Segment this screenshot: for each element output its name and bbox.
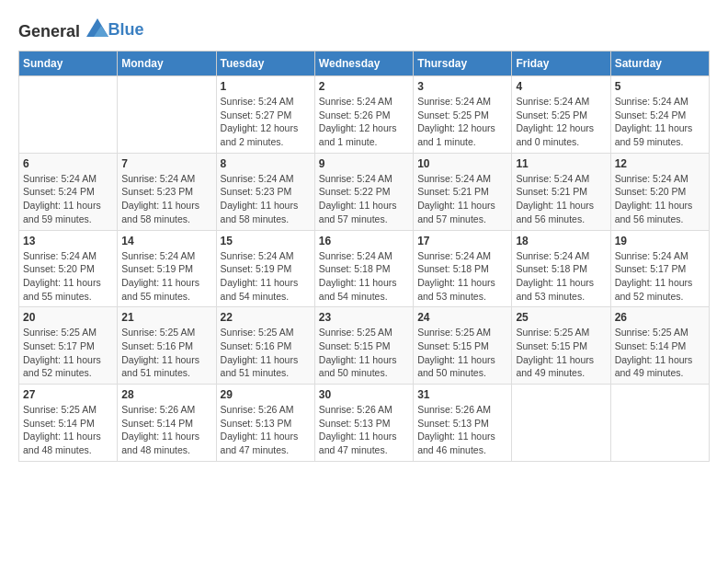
calendar-cell: 4Sunrise: 5:24 AM Sunset: 5:25 PM Daylig…	[512, 76, 610, 154]
day-info: Sunrise: 5:25 AM Sunset: 5:16 PM Dayligh…	[121, 326, 211, 380]
day-info: Sunrise: 5:24 AM Sunset: 5:23 PM Dayligh…	[121, 172, 211, 226]
day-number: 14	[121, 235, 211, 247]
calendar-cell: 10Sunrise: 5:24 AM Sunset: 5:21 PM Dayli…	[414, 153, 512, 230]
calendar-cell: 27Sunrise: 5:25 AM Sunset: 5:14 PM Dayli…	[19, 385, 118, 462]
calendar-header-row: SundayMondayTuesdayWednesdayThursdayFrid…	[19, 52, 710, 76]
day-info: Sunrise: 5:24 AM Sunset: 5:25 PM Dayligh…	[516, 95, 606, 149]
day-number: 5	[615, 80, 705, 93]
calendar-week-row: 27Sunrise: 5:25 AM Sunset: 5:14 PM Dayli…	[19, 385, 710, 462]
calendar-cell: 19Sunrise: 5:24 AM Sunset: 5:17 PM Dayli…	[610, 230, 709, 307]
day-info: Sunrise: 5:24 AM Sunset: 5:23 PM Dayligh…	[221, 172, 311, 226]
day-info: Sunrise: 5:24 AM Sunset: 5:24 PM Dayligh…	[615, 95, 705, 149]
calendar-cell	[19, 76, 118, 154]
calendar-cell	[118, 76, 216, 154]
calendar-day-header: Monday	[118, 52, 216, 76]
calendar-week-row: 20Sunrise: 5:25 AM Sunset: 5:17 PM Dayli…	[19, 307, 710, 385]
day-info: Sunrise: 5:24 AM Sunset: 5:24 PM Dayligh…	[23, 172, 113, 226]
day-info: Sunrise: 5:24 AM Sunset: 5:19 PM Dayligh…	[221, 249, 311, 304]
day-number: 13	[23, 235, 113, 247]
day-number: 27	[23, 388, 113, 401]
day-info: Sunrise: 5:24 AM Sunset: 5:22 PM Dayligh…	[319, 172, 409, 226]
calendar-cell: 20Sunrise: 5:25 AM Sunset: 5:17 PM Dayli…	[19, 307, 118, 385]
calendar-day-header: Wednesday	[314, 52, 413, 76]
day-info: Sunrise: 5:25 AM Sunset: 5:15 PM Dayligh…	[319, 326, 409, 380]
calendar-cell: 18Sunrise: 5:24 AM Sunset: 5:18 PM Dayli…	[512, 230, 610, 307]
day-number: 1	[221, 80, 311, 93]
logo-blue: Blue	[108, 20, 144, 39]
calendar-cell: 7Sunrise: 5:24 AM Sunset: 5:23 PM Daylig…	[118, 153, 216, 230]
day-number: 20	[23, 311, 113, 324]
logo-general: General	[18, 22, 80, 40]
calendar-cell: 3Sunrise: 5:24 AM Sunset: 5:25 PM Daylig…	[414, 76, 512, 154]
calendar-cell: 26Sunrise: 5:25 AM Sunset: 5:14 PM Dayli…	[610, 307, 709, 385]
calendar-cell: 2Sunrise: 5:24 AM Sunset: 5:26 PM Daylig…	[314, 76, 413, 154]
day-number: 7	[121, 157, 211, 170]
calendar-cell: 12Sunrise: 5:24 AM Sunset: 5:20 PM Dayli…	[610, 153, 709, 230]
day-info: Sunrise: 5:24 AM Sunset: 5:17 PM Dayligh…	[615, 249, 705, 304]
day-info: Sunrise: 5:26 AM Sunset: 5:13 PM Dayligh…	[319, 403, 409, 457]
calendar-cell: 15Sunrise: 5:24 AM Sunset: 5:19 PM Dayli…	[216, 230, 314, 307]
calendar-table: SundayMondayTuesdayWednesdayThursdayFrid…	[18, 51, 710, 462]
calendar-cell	[610, 385, 709, 462]
day-number: 6	[23, 157, 113, 170]
day-number: 8	[221, 157, 311, 170]
day-info: Sunrise: 5:24 AM Sunset: 5:18 PM Dayligh…	[417, 249, 507, 304]
calendar-cell: 16Sunrise: 5:24 AM Sunset: 5:18 PM Dayli…	[314, 230, 413, 307]
calendar-day-header: Sunday	[19, 52, 118, 76]
page-header: General Blue	[18, 18, 710, 41]
day-number: 26	[615, 311, 705, 324]
day-info: Sunrise: 5:25 AM Sunset: 5:17 PM Dayligh…	[23, 326, 113, 380]
calendar-week-row: 1Sunrise: 5:24 AM Sunset: 5:27 PM Daylig…	[19, 76, 710, 154]
day-info: Sunrise: 5:24 AM Sunset: 5:20 PM Dayligh…	[23, 249, 113, 304]
day-info: Sunrise: 5:24 AM Sunset: 5:21 PM Dayligh…	[417, 172, 507, 226]
day-number: 2	[319, 80, 409, 93]
day-info: Sunrise: 5:25 AM Sunset: 5:16 PM Dayligh…	[221, 326, 311, 380]
day-number: 9	[319, 157, 409, 170]
calendar-week-row: 6Sunrise: 5:24 AM Sunset: 5:24 PM Daylig…	[19, 153, 710, 230]
calendar-cell: 23Sunrise: 5:25 AM Sunset: 5:15 PM Dayli…	[314, 307, 413, 385]
day-number: 23	[319, 311, 409, 324]
day-info: Sunrise: 5:25 AM Sunset: 5:14 PM Dayligh…	[615, 326, 705, 380]
calendar-day-header: Thursday	[414, 52, 512, 76]
calendar-cell: 17Sunrise: 5:24 AM Sunset: 5:18 PM Dayli…	[414, 230, 512, 307]
day-number: 19	[615, 235, 705, 247]
day-number: 10	[417, 157, 507, 170]
day-info: Sunrise: 5:24 AM Sunset: 5:26 PM Dayligh…	[319, 95, 409, 149]
calendar-cell: 29Sunrise: 5:26 AM Sunset: 5:13 PM Dayli…	[216, 385, 314, 462]
calendar-cell: 1Sunrise: 5:24 AM Sunset: 5:27 PM Daylig…	[216, 76, 314, 154]
day-info: Sunrise: 5:26 AM Sunset: 5:14 PM Dayligh…	[121, 403, 211, 457]
day-info: Sunrise: 5:24 AM Sunset: 5:21 PM Dayligh…	[516, 172, 606, 226]
day-number: 4	[516, 80, 606, 93]
calendar-cell: 11Sunrise: 5:24 AM Sunset: 5:21 PM Dayli…	[512, 153, 610, 230]
calendar-cell: 21Sunrise: 5:25 AM Sunset: 5:16 PM Dayli…	[118, 307, 216, 385]
day-number: 31	[417, 388, 507, 401]
calendar-day-header: Tuesday	[216, 52, 314, 76]
calendar-cell: 22Sunrise: 5:25 AM Sunset: 5:16 PM Dayli…	[216, 307, 314, 385]
calendar-day-header: Saturday	[610, 52, 709, 76]
calendar-day-header: Friday	[512, 52, 610, 76]
logo-icon	[86, 18, 108, 37]
day-number: 24	[417, 311, 507, 324]
calendar-cell: 25Sunrise: 5:25 AM Sunset: 5:15 PM Dayli…	[512, 307, 610, 385]
day-info: Sunrise: 5:26 AM Sunset: 5:13 PM Dayligh…	[417, 403, 507, 457]
day-number: 25	[516, 311, 606, 324]
day-info: Sunrise: 5:25 AM Sunset: 5:15 PM Dayligh…	[516, 326, 606, 380]
day-number: 18	[516, 235, 606, 247]
calendar-cell: 30Sunrise: 5:26 AM Sunset: 5:13 PM Dayli…	[314, 385, 413, 462]
calendar-cell: 28Sunrise: 5:26 AM Sunset: 5:14 PM Dayli…	[118, 385, 216, 462]
calendar-cell: 6Sunrise: 5:24 AM Sunset: 5:24 PM Daylig…	[19, 153, 118, 230]
day-info: Sunrise: 5:24 AM Sunset: 5:20 PM Dayligh…	[615, 172, 705, 226]
day-number: 22	[221, 311, 311, 324]
day-number: 29	[221, 388, 311, 401]
day-info: Sunrise: 5:24 AM Sunset: 5:18 PM Dayligh…	[516, 249, 606, 304]
calendar-cell: 14Sunrise: 5:24 AM Sunset: 5:19 PM Dayli…	[118, 230, 216, 307]
calendar-cell: 13Sunrise: 5:24 AM Sunset: 5:20 PM Dayli…	[19, 230, 118, 307]
day-number: 15	[221, 235, 311, 247]
day-info: Sunrise: 5:24 AM Sunset: 5:27 PM Dayligh…	[221, 95, 311, 149]
day-number: 3	[417, 80, 507, 93]
day-info: Sunrise: 5:24 AM Sunset: 5:25 PM Dayligh…	[417, 95, 507, 149]
day-number: 11	[516, 157, 606, 170]
logo: General Blue	[18, 18, 144, 41]
calendar-cell: 5Sunrise: 5:24 AM Sunset: 5:24 PM Daylig…	[610, 76, 709, 154]
calendar-cell	[512, 385, 610, 462]
